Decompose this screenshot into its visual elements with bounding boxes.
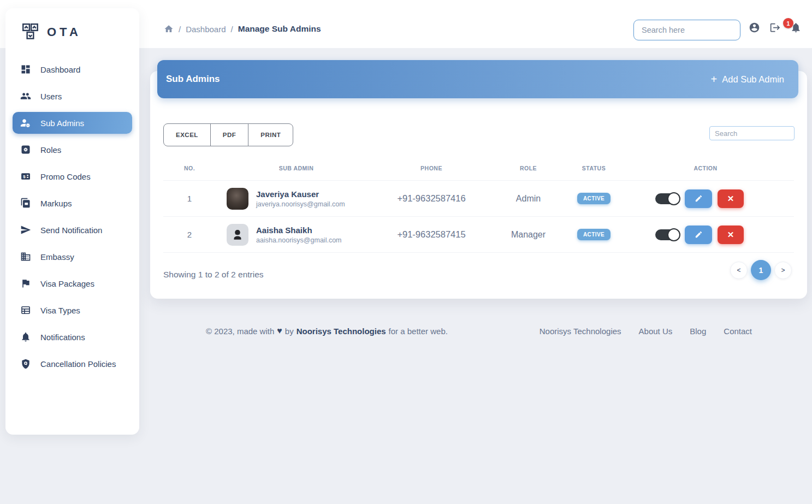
logo: OTA [5,8,139,42]
sidebar-item-cancellation-policies[interactable]: Cancellation Policies [13,353,132,375]
sub-admin-email: javeriya.noorisys@gmail.com [256,200,345,208]
pagination-prev-button[interactable]: < [730,262,748,279]
sub-admin-name: Aaisha Shaikh [256,226,342,235]
pencil-icon [695,230,703,239]
breadcrumb-dashboard[interactable]: Dashboard [186,25,226,34]
account-icon[interactable] [749,22,760,33]
role-value: Manager [486,217,571,253]
sidebar-item-notifications[interactable]: Notifications [13,326,132,348]
sidebar-item-send-notification[interactable]: Send Notification [13,219,132,241]
row-number: 1 [163,181,216,217]
breadcrumb: / Dashboard / Manage Sub Admins [164,24,321,34]
sidebar-item-embassy[interactable]: Embassy [13,246,132,268]
copyright-suffix: for a better web. [389,327,448,336]
export-button-group: EXCEL PDF PRINT [163,123,293,146]
flag-icon [20,278,31,289]
action-cell: ✕ [617,226,794,244]
logo-text: OTA [47,25,81,39]
pagination-page-1[interactable]: 1 [751,260,771,280]
sub-admin-name: Javeriya Kauser [256,189,345,199]
sidebar-item-label: Visa Packages [40,279,94,288]
sidebar-item-roles[interactable]: Roles [13,139,132,161]
dashboard-icon [20,64,31,75]
footer: © 2023, made with ♥ by Noorisys Technolo… [157,326,798,336]
column-header-phone: PHONE [377,157,486,181]
table-row: 1 Javeriya Kauser javeriya.noorisys@gmai… [163,181,794,217]
sidebar-item-label: Sub Admins [40,118,84,128]
promo-codes-icon: $ [20,171,31,182]
footer-link-contact[interactable]: Contact [724,327,752,336]
pencil-icon [695,194,703,203]
global-search-input[interactable] [633,20,740,40]
sub-admin-cell: Javeriya Kauser javeriya.noorisys@gmail.… [227,188,377,210]
table-row: 2 Aaisha Shaikh aaisha.noorisys@gmail.co… [163,217,794,253]
pagination-next-button[interactable]: > [774,262,792,279]
active-toggle[interactable] [655,229,679,240]
column-header-action: ACTION [617,157,794,181]
footer-link-noorisys[interactable]: Noorisys Technologies [540,327,621,336]
markups-icon [20,198,31,209]
copyright-text: © 2023, made with ♥ by Noorisys Technolo… [206,326,448,336]
sidebar-item-label: Send Notification [40,226,102,235]
sidebar: OTA Dashboard Users Sub Admins Roles $ P… [5,8,139,435]
phone-value: +91-9632587416 [377,181,486,217]
column-header-sub-admin: SUB ADMIN [216,157,377,181]
sidebar-item-label: Dashboard [40,65,80,74]
sidebar-nav: Dashboard Users Sub Admins Roles $ Promo… [5,58,139,375]
sub-admins-table: NO. SUB ADMIN PHONE ROLE STATUS ACTION 1… [163,157,794,253]
logout-icon[interactable] [769,22,781,33]
breadcrumb-current-page: Manage Sub Admins [238,24,321,34]
sidebar-item-label: Visa Types [40,306,80,315]
roles-gear-icon [20,144,31,155]
copyright-prefix: © 2023, made with [206,327,274,336]
users-icon [20,91,31,102]
sidebar-item-dashboard[interactable]: Dashboard [13,58,132,80]
sidebar-item-label: Users [40,92,62,101]
sidebar-item-visa-types[interactable]: Visa Types [13,299,132,321]
column-header-no: NO. [163,157,216,181]
active-toggle[interactable] [655,193,679,204]
edit-button[interactable] [685,226,712,244]
heart-icon: ♥ [277,326,282,336]
phone-value: +91-9632587415 [377,217,486,253]
header-icons [749,22,802,33]
home-icon[interactable] [164,24,174,34]
status-badge: ACTIVE [577,193,611,204]
delete-button[interactable]: ✕ [718,226,744,244]
sidebar-item-promo-codes[interactable]: $ Promo Codes [13,165,132,187]
plus-icon: + [711,74,718,85]
column-header-status: STATUS [571,157,617,181]
table-search-input[interactable] [709,126,795,140]
toggle-knob [667,228,680,241]
avatar [227,188,248,210]
brand-name: Noorisys Technologies [297,327,386,336]
ota-logo-icon [21,22,40,42]
sub-admin-icon [20,117,31,128]
sidebar-item-visa-packages[interactable]: Visa Packages [13,272,132,294]
breadcrumb-separator: / [231,25,233,34]
edit-button[interactable] [685,189,712,208]
sidebar-item-label: Markups [40,199,72,208]
table-header-row: NO. SUB ADMIN PHONE ROLE STATUS ACTION [163,157,794,181]
excel-export-button[interactable]: EXCEL [163,123,211,146]
add-sub-admin-label: Add Sub Admin [722,74,784,85]
delete-button[interactable]: ✕ [718,189,744,208]
pdf-export-button[interactable]: PDF [210,123,249,146]
sidebar-item-users[interactable]: Users [13,85,132,107]
entries-summary: Showing 1 to 2 of 2 entries [163,270,264,280]
sidebar-item-sub-admins[interactable]: Sub Admins [13,112,132,134]
footer-link-blog[interactable]: Blog [690,327,706,336]
sidebar-item-markups[interactable]: Markups [13,192,132,214]
sub-admin-cell: Aaisha Shaikh aaisha.noorisys@gmail.com [227,224,377,246]
role-value: Admin [486,181,571,217]
send-icon [20,224,31,235]
sidebar-item-label: Embassy [40,252,74,262]
footer-link-about-us[interactable]: About Us [639,327,673,336]
print-export-button[interactable]: PRINT [248,123,293,146]
notification-count-badge[interactable]: 1 [783,18,793,28]
embassy-building-icon [20,251,31,262]
add-sub-admin-button[interactable]: + Add Sub Admin [711,74,784,85]
sub-admins-card: EXCEL PDF PRINT NO. SUB ADMIN PHONE ROLE… [150,71,807,299]
panel-title: Sub Admins [166,74,220,85]
sub-admin-email: aaisha.noorisys@gmail.com [256,236,342,244]
